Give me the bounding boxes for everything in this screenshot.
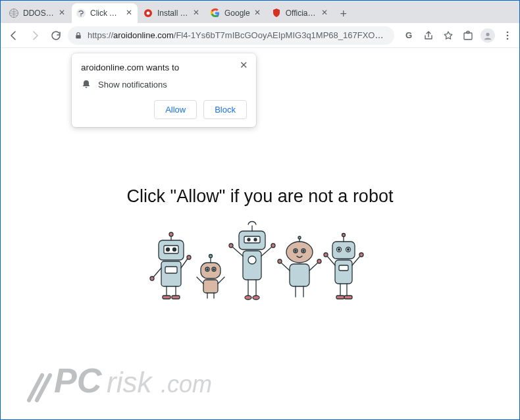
page-icon xyxy=(76,8,86,18)
svg-point-44 xyxy=(254,238,257,241)
svg-text:PC: PC xyxy=(54,361,103,400)
bell-icon xyxy=(81,79,91,90)
profile-avatar[interactable] xyxy=(480,28,496,43)
svg-point-11 xyxy=(507,34,509,36)
svg-point-2 xyxy=(76,9,86,18)
shield-red-icon xyxy=(271,8,282,18)
svg-rect-70 xyxy=(332,242,355,259)
svg-point-55 xyxy=(253,296,259,300)
svg-point-35 xyxy=(209,255,213,258)
svg-rect-28 xyxy=(172,296,180,299)
toolbar-right-icons: G xyxy=(401,28,515,43)
svg-text:risk: risk xyxy=(107,366,153,398)
svg-rect-36 xyxy=(203,280,218,293)
red-dot-icon xyxy=(143,8,153,18)
tab-title: Click Allow xyxy=(90,9,122,18)
svg-point-56 xyxy=(286,242,313,263)
svg-line-38 xyxy=(218,277,224,284)
browser-window: DDOS-GU ✕ Click Allow ✕ Install Tur ✕ Go… xyxy=(0,0,520,420)
svg-rect-77 xyxy=(335,260,352,284)
tab-close-icon[interactable]: ✕ xyxy=(253,9,262,18)
svg-rect-86 xyxy=(344,296,352,299)
svg-point-74 xyxy=(348,249,350,251)
toolbar: https://aroidonline.com/Fl4-1Ys6bT7mIBcG… xyxy=(1,23,519,48)
tab-title: Install Tur xyxy=(157,9,189,18)
google-service-icon[interactable]: G xyxy=(401,28,417,43)
svg-rect-63 xyxy=(290,264,309,286)
svg-point-67 xyxy=(317,259,321,263)
forward-button[interactable] xyxy=(26,26,44,45)
svg-point-33 xyxy=(213,269,215,270)
tab-0[interactable]: DDOS-GU ✕ xyxy=(5,3,70,23)
tab-title: Official Si xyxy=(286,9,317,18)
svg-rect-7 xyxy=(464,33,472,39)
svg-line-37 xyxy=(197,277,203,284)
svg-point-66 xyxy=(278,259,282,263)
svg-point-5 xyxy=(147,12,150,15)
globe-icon xyxy=(9,8,19,18)
tab-close-icon[interactable]: ✕ xyxy=(192,9,201,18)
google-g-icon xyxy=(210,8,221,18)
tab-1[interactable]: Click Allow ✕ xyxy=(72,3,138,23)
svg-line-64 xyxy=(281,263,290,271)
tab-4[interactable]: Official Si ✕ xyxy=(267,3,333,23)
svg-point-9 xyxy=(486,32,489,36)
svg-point-72 xyxy=(338,249,340,251)
svg-point-24 xyxy=(187,255,191,259)
prompt-permission-label: Show notifications xyxy=(98,80,167,90)
reload-button[interactable] xyxy=(47,26,65,45)
svg-rect-46 xyxy=(243,251,261,280)
svg-point-51 xyxy=(271,244,275,248)
svg-rect-6 xyxy=(76,35,81,38)
svg-point-15 xyxy=(167,248,170,251)
share-icon[interactable] xyxy=(421,28,436,43)
svg-point-18 xyxy=(169,232,173,236)
new-tab-button[interactable]: + xyxy=(334,5,353,23)
svg-rect-27 xyxy=(163,296,170,299)
prompt-title: aroidonline.com wants to xyxy=(81,63,247,72)
svg-point-58 xyxy=(295,250,296,251)
svg-rect-19 xyxy=(161,261,181,286)
headline-text: Click "Allow" if you are not a robot xyxy=(1,186,519,207)
svg-point-47 xyxy=(248,256,256,264)
svg-rect-20 xyxy=(165,267,177,273)
svg-rect-42 xyxy=(244,236,260,243)
svg-point-16 xyxy=(173,248,176,251)
back-button[interactable] xyxy=(5,26,23,45)
url-text: https://aroidonline.com/Fl4-1Ys6bT7mIBcG… xyxy=(88,30,388,40)
svg-point-62 xyxy=(298,236,301,239)
svg-line-21 xyxy=(153,268,161,277)
notification-permission-prompt: ✕ aroidonline.com wants to Show notifica… xyxy=(72,53,256,127)
svg-point-22 xyxy=(150,276,154,280)
block-button[interactable]: Block xyxy=(203,100,247,119)
watermark-logo: PC risk .com xyxy=(24,354,247,407)
svg-point-80 xyxy=(324,253,328,257)
svg-point-31 xyxy=(207,269,208,270)
svg-point-60 xyxy=(303,250,304,251)
tab-2[interactable]: Install Tur ✕ xyxy=(139,3,205,23)
menu-dots-icon[interactable] xyxy=(500,28,515,43)
svg-text:.com: .com xyxy=(161,371,212,398)
svg-point-54 xyxy=(245,296,251,300)
tab-close-icon[interactable]: ✕ xyxy=(124,9,134,18)
bookmark-star-icon[interactable] xyxy=(440,28,456,43)
tab-close-icon[interactable]: ✕ xyxy=(57,9,66,18)
svg-point-12 xyxy=(507,38,509,39)
extensions-icon[interactable] xyxy=(460,28,476,43)
address-bar[interactable]: https://aroidonline.com/Fl4-1Ys6bT7mIBcG… xyxy=(68,26,394,45)
svg-point-82 xyxy=(359,253,363,257)
svg-rect-85 xyxy=(336,296,344,299)
tab-title: Google xyxy=(224,9,250,18)
prompt-close-icon[interactable]: ✕ xyxy=(238,60,249,72)
allow-button[interactable]: Allow xyxy=(154,100,197,119)
svg-point-49 xyxy=(229,244,233,248)
robots-illustration xyxy=(148,211,372,317)
svg-point-10 xyxy=(507,31,509,33)
svg-rect-78 xyxy=(339,265,348,271)
lock-icon xyxy=(74,32,82,39)
tab-close-icon[interactable]: ✕ xyxy=(320,9,329,18)
svg-line-23 xyxy=(181,259,188,268)
svg-line-65 xyxy=(309,263,318,271)
tab-3[interactable]: Google ✕ xyxy=(206,3,266,23)
svg-rect-29 xyxy=(201,263,221,278)
